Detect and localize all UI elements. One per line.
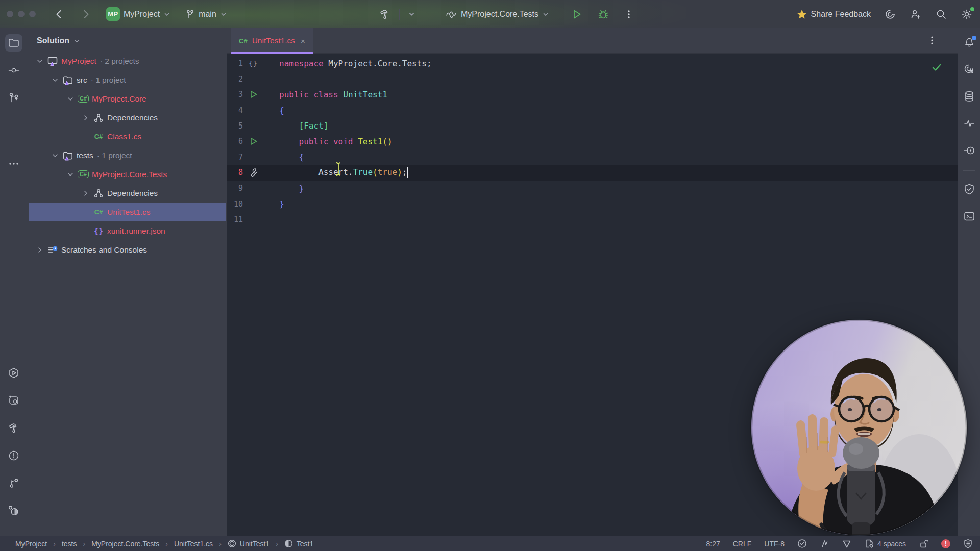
profiler-button[interactable] [961, 115, 977, 132]
chevron-right-icon[interactable] [80, 114, 92, 122]
tree-item-class1-cs[interactable]: C#Class1.cs [29, 127, 226, 146]
commit-button[interactable] [5, 62, 22, 79]
forward-icon[interactable] [80, 8, 92, 20]
chevron-down-icon[interactable] [64, 95, 77, 103]
highlighting-level-icon[interactable] [842, 539, 852, 549]
ai-assistant-button[interactable] [961, 61, 977, 78]
tree-item-unittest1-cs[interactable]: C#UnitTest1.cs [29, 203, 226, 221]
breadcrumb-unittest1[interactable]: UnitTest1 [228, 539, 270, 548]
breadcrumb-tests[interactable]: tests [62, 540, 77, 548]
run-configuration-widget[interactable]: MyProject.Core.Tests [445, 9, 549, 20]
project-explorer-button[interactable] [5, 34, 22, 52]
nuget-button[interactable] [5, 502, 22, 519]
tree-item-myproject-core-tests[interactable]: C#MyProject.Core.Tests [29, 165, 226, 184]
solution-tree: MyProject· 2 projectssrc· 1 projectC#MyP… [29, 52, 226, 259]
scratches-icon [46, 244, 59, 256]
add-user-icon[interactable] [910, 8, 922, 20]
share-feedback-button[interactable]: Share Feedback [796, 9, 871, 20]
breadcrumb-myproject-core-tests[interactable]: MyProject.Core.Tests [91, 540, 159, 548]
tree-item-src[interactable]: src· 1 project [29, 70, 226, 89]
editor-tab-bar: C# UnitTest1.cs × [227, 28, 958, 54]
more-actions-icon[interactable] [624, 9, 634, 19]
ai-assistant-icon[interactable] [884, 8, 896, 20]
version-control-button[interactable] [5, 474, 22, 492]
code-line-10[interactable]: 10} [227, 196, 958, 212]
code-line-2[interactable]: 2 [227, 71, 958, 87]
terminal-button[interactable] [961, 208, 977, 224]
build-button[interactable] [5, 419, 22, 437]
solution-panel: Solution MyProject· 2 projectssrc· 1 pro… [29, 28, 226, 536]
endpoints-button[interactable] [961, 142, 977, 159]
tree-item-dependencies[interactable]: Dependencies [29, 108, 226, 127]
ide-error-badge[interactable]: ! [941, 539, 950, 548]
indent-setting[interactable]: 4 spaces [865, 539, 906, 548]
code-line-11[interactable]: 11 [227, 212, 958, 228]
caret-position[interactable]: 8:27 [706, 540, 720, 548]
settings-gear-icon[interactable] [961, 8, 973, 20]
chevron-right-icon[interactable] [80, 189, 92, 197]
window-zoom-button[interactable] [29, 11, 36, 17]
run-button[interactable] [5, 364, 22, 382]
analysis-ok-icon[interactable] [797, 539, 807, 548]
tree-item-suffix: · 1 project [91, 76, 126, 85]
tree-item-myproject-core[interactable]: C#MyProject.Core [29, 89, 226, 108]
tree-item-tests[interactable]: tests· 1 project [29, 146, 226, 165]
code-line-5[interactable]: 5 [Fact] [227, 118, 958, 134]
code-line-6[interactable]: 6 public void Test1() [227, 134, 958, 149]
more-tool-windows-button[interactable] [5, 155, 22, 172]
window-controls[interactable] [7, 11, 36, 17]
solution-panel-header[interactable]: Solution [29, 28, 226, 51]
unlocked-icon[interactable] [919, 539, 928, 548]
line-separator[interactable]: CRLF [733, 540, 752, 548]
search-icon[interactable] [935, 8, 947, 20]
breadcrumb-test1[interactable]: Test1 [284, 539, 313, 548]
code-text: } [279, 184, 304, 193]
chevron-down-icon[interactable] [408, 10, 415, 18]
back-icon[interactable] [53, 8, 65, 20]
build-hammer-icon[interactable] [379, 8, 391, 20]
tree-item-scratches-and-consoles[interactable]: Scratches and Consoles [29, 240, 226, 259]
git-branch-icon [185, 9, 195, 19]
tab-close-icon[interactable]: × [301, 37, 305, 45]
run-gutter-icon[interactable] [246, 136, 260, 147]
window-minimize-button[interactable] [18, 11, 24, 17]
security-button[interactable] [961, 181, 977, 197]
chevron-right-icon[interactable] [34, 246, 46, 254]
run-button[interactable] [571, 8, 583, 20]
wrench-gutter-icon[interactable] [246, 167, 260, 178]
memory-indicator-icon[interactable] [963, 539, 973, 548]
run-gutter-icon[interactable] [246, 89, 260, 100]
problems-button[interactable] [5, 447, 22, 464]
code-text: { [279, 106, 284, 115]
inspections-ok-icon[interactable] [931, 62, 942, 73]
code-line-9[interactable]: 9 } [227, 181, 958, 196]
chevron-down-icon[interactable] [49, 152, 61, 160]
code-line-1[interactable]: 1{}namespace MyProject.Core.Tests; [227, 56, 958, 71]
branch-widget[interactable]: main [185, 9, 227, 19]
tree-item-myproject[interactable]: MyProject· 2 projects [29, 52, 226, 70]
tree-item-dependencies[interactable]: Dependencies [29, 184, 226, 203]
services-button[interactable] [5, 392, 22, 409]
tree-item-xunit-runner-json[interactable]: {}xunit.runner.json [29, 221, 226, 240]
tree-item-label: UnitTest1.cs [107, 208, 150, 217]
notifications-button[interactable] [961, 34, 977, 51]
file-encoding[interactable]: UTF-8 [764, 540, 785, 548]
breadcrumb-unittest1-cs[interactable]: UnitTest1.cs [174, 540, 213, 548]
tab-unittest1[interactable]: C# UnitTest1.cs × [231, 28, 313, 54]
star-icon [796, 9, 807, 20]
project-widget[interactable]: MP MyProject [106, 7, 170, 21]
pull-requests-button[interactable] [5, 89, 22, 107]
code-line-3[interactable]: 3public class UnitTest1 [227, 87, 958, 103]
code-line-4[interactable]: 4{ [227, 103, 958, 118]
debug-button[interactable] [597, 8, 609, 20]
tab-options-icon[interactable] [927, 35, 937, 45]
ide-window: MP MyProject main [0, 0, 980, 551]
chevron-down-icon[interactable] [64, 170, 77, 179]
notifications-bell-icon [963, 36, 975, 48]
window-close-button[interactable] [7, 11, 13, 17]
database-button[interactable] [961, 88, 977, 105]
inlay-hints-icon[interactable] [820, 539, 829, 548]
breadcrumb-myproject[interactable]: MyProject [15, 540, 47, 548]
chevron-down-icon[interactable] [34, 57, 46, 65]
chevron-down-icon[interactable] [49, 76, 61, 84]
